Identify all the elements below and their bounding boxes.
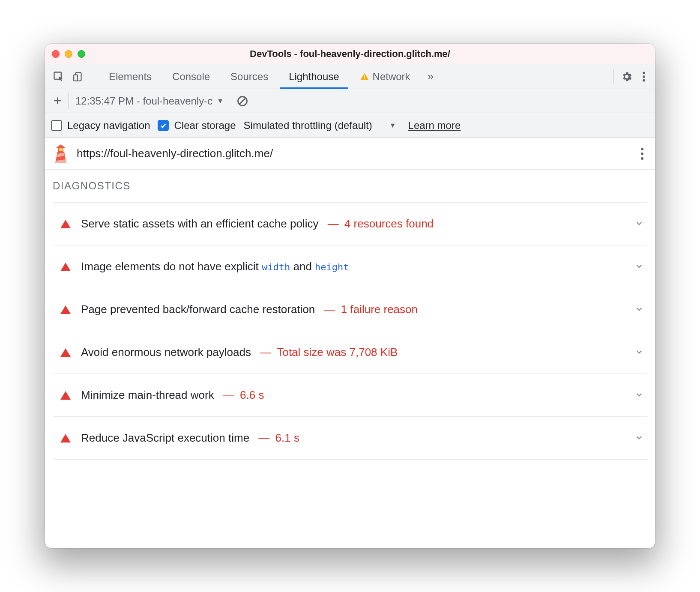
- chevron-down-icon: [634, 389, 645, 402]
- warning-icon: [360, 72, 369, 81]
- audit-text: Reduce JavaScript execution time — 6.1 s: [81, 431, 299, 445]
- audit-title: and: [290, 260, 315, 273]
- chevron-down-icon: [634, 260, 645, 273]
- lighthouse-toolbar: + 12:35:47 PM - foul-heavenly-c ▼: [45, 89, 655, 113]
- report-url: https://foul-heavenly-direction.glitch.m…: [77, 147, 273, 160]
- audit-title: Serve static assets with an efficient ca…: [81, 217, 318, 230]
- audit-dash: —: [220, 389, 237, 401]
- tab-sources[interactable]: Sources: [222, 64, 277, 89]
- code-token: width: [262, 262, 290, 272]
- fail-triangle-icon: [60, 348, 71, 357]
- svg-point-5: [643, 72, 645, 74]
- tab-label: Elements: [109, 71, 152, 83]
- checkbox-box: [158, 120, 169, 131]
- inspector-icons: [49, 70, 88, 84]
- separator: [68, 93, 69, 109]
- audit-text: Page prevented back/forward cache restor…: [81, 303, 418, 316]
- window-controls: [52, 50, 85, 58]
- window-titlebar: DevTools - foul-heavenly-direction.glitc…: [45, 44, 655, 64]
- more-menu-icon[interactable]: [637, 70, 651, 84]
- devtools-tabs: Elements Console Sources Lighthouse Netw…: [45, 64, 655, 89]
- settings-gear-icon[interactable]: [620, 70, 634, 84]
- checkbox-label: Legacy navigation: [67, 120, 150, 132]
- legacy-navigation-checkbox[interactable]: Legacy navigation: [51, 120, 150, 132]
- new-report-button[interactable]: +: [49, 93, 66, 109]
- report-header: https://foul-heavenly-direction.glitch.m…: [45, 138, 655, 170]
- checkbox-box: [51, 120, 62, 131]
- svg-rect-13: [59, 148, 63, 151]
- throttling-dropdown-icon[interactable]: ▼: [389, 122, 396, 129]
- minimize-window-button[interactable]: [65, 50, 72, 58]
- tab-console[interactable]: Console: [164, 64, 218, 89]
- audit-row[interactable]: Image elements do not have explicit widt…: [53, 245, 647, 288]
- fail-triangle-icon: [60, 220, 71, 228]
- throttling-label: Simulated throttling (default): [244, 120, 372, 132]
- tab-elements[interactable]: Elements: [100, 64, 160, 89]
- diagnostics-section: DIAGNOSTICS Serve static assets with an …: [45, 170, 655, 460]
- lighthouse-options: Legacy navigation Clear storage Simulate…: [45, 113, 655, 138]
- svg-point-7: [643, 79, 645, 81]
- tab-lighthouse[interactable]: Lighthouse: [280, 64, 347, 89]
- report-selector-label: 12:35:47 PM - foul-heavenly-c: [75, 95, 212, 107]
- chevron-down-icon: [634, 303, 645, 316]
- chevron-down-icon: [634, 218, 645, 230]
- tab-network[interactable]: Network: [351, 64, 419, 89]
- audit-dash: —: [255, 431, 272, 444]
- svg-rect-2: [74, 75, 78, 81]
- audit-row[interactable]: Reduce JavaScript execution time — 6.1 s: [53, 417, 647, 460]
- clear-storage-checkbox[interactable]: Clear storage: [158, 120, 236, 132]
- fail-triangle-icon: [60, 305, 71, 314]
- fail-triangle-icon: [60, 391, 71, 400]
- svg-line-9: [239, 98, 245, 104]
- audit-row[interactable]: Serve static assets with an efficient ca…: [53, 203, 647, 245]
- dropdown-triangle-icon: ▼: [217, 97, 224, 105]
- audit-row[interactable]: Page prevented back/forward cache restor…: [53, 288, 647, 331]
- more-tabs-button[interactable]: »: [422, 70, 439, 83]
- audit-dash: —: [321, 303, 338, 316]
- tab-label: Lighthouse: [289, 71, 339, 83]
- tab-label: Sources: [230, 71, 268, 83]
- fail-triangle-icon: [60, 434, 71, 443]
- clear-icon[interactable]: [236, 95, 248, 107]
- close-window-button[interactable]: [52, 50, 60, 58]
- audit-title: Avoid enormous network payloads: [81, 346, 251, 359]
- checkbox-label: Clear storage: [174, 120, 236, 132]
- audit-dash: —: [324, 217, 341, 230]
- diagnostics-heading: DIAGNOSTICS: [53, 180, 647, 203]
- audit-text: Image elements do not have explicit widt…: [81, 260, 349, 273]
- devtools-window: DevTools - foul-heavenly-direction.glitc…: [45, 44, 655, 548]
- audit-title: Minimize main-thread work: [81, 389, 214, 401]
- lighthouse-logo-icon: [53, 144, 69, 163]
- code-token: height: [315, 262, 349, 272]
- report-selector[interactable]: 12:35:47 PM - foul-heavenly-c ▼: [71, 95, 228, 107]
- audit-detail: 4 resources found: [344, 217, 434, 230]
- report-menu-button[interactable]: [637, 148, 647, 160]
- audit-row[interactable]: Avoid enormous network payloads — Total …: [53, 331, 647, 374]
- audit-text: Avoid enormous network payloads — Total …: [81, 346, 398, 359]
- audit-detail: 1 failure reason: [341, 303, 418, 316]
- svg-point-6: [643, 75, 645, 78]
- audit-row[interactable]: Minimize main-thread work — 6.6 s: [53, 374, 647, 417]
- fail-triangle-icon: [60, 263, 71, 271]
- audit-detail: 6.1 s: [275, 431, 299, 444]
- separator: [613, 69, 614, 84]
- learn-more-link[interactable]: Learn more: [408, 120, 461, 132]
- chevron-down-icon: [634, 346, 645, 359]
- inspect-element-icon[interactable]: [52, 70, 66, 84]
- audit-detail: Total size was 7,708 KiB: [277, 346, 398, 359]
- svg-marker-12: [56, 144, 66, 148]
- audit-title: Image elements do not have explicit: [81, 260, 262, 273]
- tab-label: Network: [373, 71, 410, 83]
- audit-text: Serve static assets with an efficient ca…: [81, 217, 434, 230]
- maximize-window-button[interactable]: [78, 50, 85, 58]
- window-title: DevTools - foul-heavenly-direction.glitc…: [250, 48, 450, 60]
- audit-title: Page prevented back/forward cache restor…: [81, 303, 315, 316]
- audit-dash: —: [257, 346, 274, 359]
- audit-detail: 6.6 s: [240, 389, 264, 401]
- audit-text: Minimize main-thread work — 6.6 s: [81, 389, 264, 402]
- svg-rect-4: [364, 78, 365, 79]
- tab-label: Console: [172, 71, 210, 83]
- chevron-down-icon: [634, 432, 645, 445]
- device-toggle-icon[interactable]: [72, 70, 85, 84]
- svg-rect-3: [364, 75, 365, 78]
